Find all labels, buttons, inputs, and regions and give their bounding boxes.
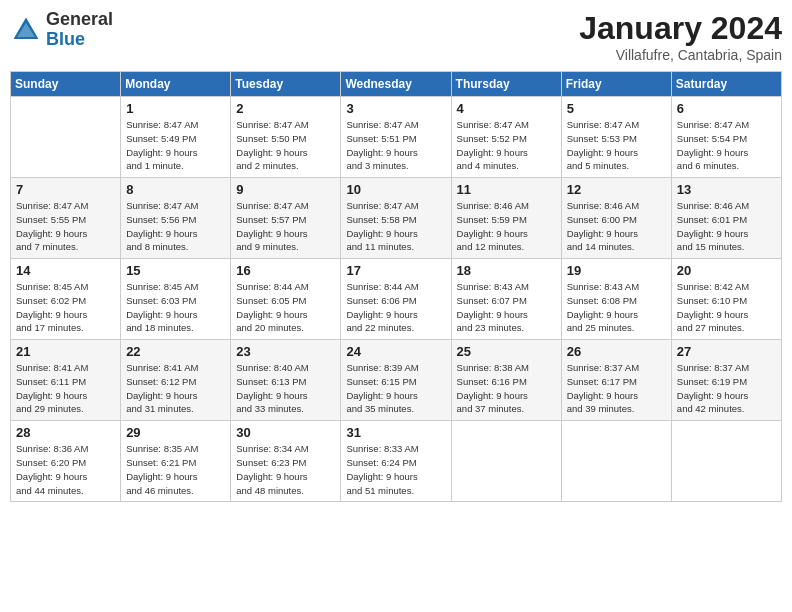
calendar-cell: 18Sunrise: 8:43 AM Sunset: 6:07 PM Dayli… [451, 259, 561, 340]
calendar-cell: 14Sunrise: 8:45 AM Sunset: 6:02 PM Dayli… [11, 259, 121, 340]
day-detail: Sunrise: 8:46 AM Sunset: 6:01 PM Dayligh… [677, 199, 776, 254]
day-number: 6 [677, 101, 776, 116]
calendar-cell: 11Sunrise: 8:46 AM Sunset: 5:59 PM Dayli… [451, 178, 561, 259]
day-number: 16 [236, 263, 335, 278]
day-detail: Sunrise: 8:45 AM Sunset: 6:03 PM Dayligh… [126, 280, 225, 335]
days-of-week-row: SundayMondayTuesdayWednesdayThursdayFrid… [11, 72, 782, 97]
calendar-table: SundayMondayTuesdayWednesdayThursdayFrid… [10, 71, 782, 502]
day-number: 30 [236, 425, 335, 440]
day-number: 10 [346, 182, 445, 197]
calendar-body: 1Sunrise: 8:47 AM Sunset: 5:49 PM Daylig… [11, 97, 782, 502]
calendar-cell: 27Sunrise: 8:37 AM Sunset: 6:19 PM Dayli… [671, 340, 781, 421]
calendar-cell: 1Sunrise: 8:47 AM Sunset: 5:49 PM Daylig… [121, 97, 231, 178]
logo: General Blue [10, 10, 113, 50]
month-title: January 2024 [579, 10, 782, 47]
day-detail: Sunrise: 8:46 AM Sunset: 5:59 PM Dayligh… [457, 199, 556, 254]
day-number: 12 [567, 182, 666, 197]
day-number: 21 [16, 344, 115, 359]
day-number: 2 [236, 101, 335, 116]
day-detail: Sunrise: 8:45 AM Sunset: 6:02 PM Dayligh… [16, 280, 115, 335]
logo-blue: Blue [46, 29, 85, 49]
logo-text: General Blue [46, 10, 113, 50]
day-detail: Sunrise: 8:43 AM Sunset: 6:07 PM Dayligh… [457, 280, 556, 335]
logo-general: General [46, 9, 113, 29]
day-detail: Sunrise: 8:47 AM Sunset: 5:54 PM Dayligh… [677, 118, 776, 173]
day-number: 11 [457, 182, 556, 197]
calendar-cell: 29Sunrise: 8:35 AM Sunset: 6:21 PM Dayli… [121, 421, 231, 502]
day-number: 7 [16, 182, 115, 197]
calendar-cell: 13Sunrise: 8:46 AM Sunset: 6:01 PM Dayli… [671, 178, 781, 259]
dow-header-wednesday: Wednesday [341, 72, 451, 97]
day-number: 26 [567, 344, 666, 359]
dow-header-saturday: Saturday [671, 72, 781, 97]
title-block: January 2024 Villafufre, Cantabria, Spai… [579, 10, 782, 63]
day-detail: Sunrise: 8:34 AM Sunset: 6:23 PM Dayligh… [236, 442, 335, 497]
day-detail: Sunrise: 8:41 AM Sunset: 6:11 PM Dayligh… [16, 361, 115, 416]
day-number: 18 [457, 263, 556, 278]
dow-header-sunday: Sunday [11, 72, 121, 97]
calendar-cell: 28Sunrise: 8:36 AM Sunset: 6:20 PM Dayli… [11, 421, 121, 502]
day-number: 5 [567, 101, 666, 116]
day-number: 4 [457, 101, 556, 116]
calendar-cell: 24Sunrise: 8:39 AM Sunset: 6:15 PM Dayli… [341, 340, 451, 421]
day-detail: Sunrise: 8:47 AM Sunset: 5:50 PM Dayligh… [236, 118, 335, 173]
calendar-cell: 3Sunrise: 8:47 AM Sunset: 5:51 PM Daylig… [341, 97, 451, 178]
calendar-cell [11, 97, 121, 178]
calendar-cell: 31Sunrise: 8:33 AM Sunset: 6:24 PM Dayli… [341, 421, 451, 502]
dow-header-thursday: Thursday [451, 72, 561, 97]
day-number: 28 [16, 425, 115, 440]
day-detail: Sunrise: 8:47 AM Sunset: 5:49 PM Dayligh… [126, 118, 225, 173]
day-number: 20 [677, 263, 776, 278]
day-detail: Sunrise: 8:47 AM Sunset: 5:58 PM Dayligh… [346, 199, 445, 254]
day-detail: Sunrise: 8:47 AM Sunset: 5:52 PM Dayligh… [457, 118, 556, 173]
dow-header-monday: Monday [121, 72, 231, 97]
calendar-week-4: 21Sunrise: 8:41 AM Sunset: 6:11 PM Dayli… [11, 340, 782, 421]
day-number: 22 [126, 344, 225, 359]
calendar-cell: 12Sunrise: 8:46 AM Sunset: 6:00 PM Dayli… [561, 178, 671, 259]
location-subtitle: Villafufre, Cantabria, Spain [579, 47, 782, 63]
day-detail: Sunrise: 8:36 AM Sunset: 6:20 PM Dayligh… [16, 442, 115, 497]
calendar-cell: 9Sunrise: 8:47 AM Sunset: 5:57 PM Daylig… [231, 178, 341, 259]
day-number: 27 [677, 344, 776, 359]
calendar-cell: 4Sunrise: 8:47 AM Sunset: 5:52 PM Daylig… [451, 97, 561, 178]
calendar-cell: 25Sunrise: 8:38 AM Sunset: 6:16 PM Dayli… [451, 340, 561, 421]
calendar-cell [451, 421, 561, 502]
calendar-cell: 6Sunrise: 8:47 AM Sunset: 5:54 PM Daylig… [671, 97, 781, 178]
logo-icon [10, 14, 42, 46]
day-detail: Sunrise: 8:47 AM Sunset: 5:51 PM Dayligh… [346, 118, 445, 173]
day-detail: Sunrise: 8:39 AM Sunset: 6:15 PM Dayligh… [346, 361, 445, 416]
day-number: 8 [126, 182, 225, 197]
calendar-cell: 7Sunrise: 8:47 AM Sunset: 5:55 PM Daylig… [11, 178, 121, 259]
day-number: 24 [346, 344, 445, 359]
day-detail: Sunrise: 8:47 AM Sunset: 5:56 PM Dayligh… [126, 199, 225, 254]
day-detail: Sunrise: 8:43 AM Sunset: 6:08 PM Dayligh… [567, 280, 666, 335]
day-number: 15 [126, 263, 225, 278]
calendar-week-1: 1Sunrise: 8:47 AM Sunset: 5:49 PM Daylig… [11, 97, 782, 178]
day-detail: Sunrise: 8:47 AM Sunset: 5:53 PM Dayligh… [567, 118, 666, 173]
calendar-cell: 16Sunrise: 8:44 AM Sunset: 6:05 PM Dayli… [231, 259, 341, 340]
day-detail: Sunrise: 8:47 AM Sunset: 5:57 PM Dayligh… [236, 199, 335, 254]
calendar-cell: 26Sunrise: 8:37 AM Sunset: 6:17 PM Dayli… [561, 340, 671, 421]
calendar-cell: 20Sunrise: 8:42 AM Sunset: 6:10 PM Dayli… [671, 259, 781, 340]
calendar-cell: 17Sunrise: 8:44 AM Sunset: 6:06 PM Dayli… [341, 259, 451, 340]
calendar-cell: 19Sunrise: 8:43 AM Sunset: 6:08 PM Dayli… [561, 259, 671, 340]
day-detail: Sunrise: 8:44 AM Sunset: 6:06 PM Dayligh… [346, 280, 445, 335]
day-number: 19 [567, 263, 666, 278]
day-detail: Sunrise: 8:47 AM Sunset: 5:55 PM Dayligh… [16, 199, 115, 254]
calendar-cell: 10Sunrise: 8:47 AM Sunset: 5:58 PM Dayli… [341, 178, 451, 259]
day-detail: Sunrise: 8:41 AM Sunset: 6:12 PM Dayligh… [126, 361, 225, 416]
day-detail: Sunrise: 8:38 AM Sunset: 6:16 PM Dayligh… [457, 361, 556, 416]
day-number: 29 [126, 425, 225, 440]
day-number: 23 [236, 344, 335, 359]
calendar-cell: 8Sunrise: 8:47 AM Sunset: 5:56 PM Daylig… [121, 178, 231, 259]
day-detail: Sunrise: 8:46 AM Sunset: 6:00 PM Dayligh… [567, 199, 666, 254]
calendar-week-5: 28Sunrise: 8:36 AM Sunset: 6:20 PM Dayli… [11, 421, 782, 502]
calendar-cell: 23Sunrise: 8:40 AM Sunset: 6:13 PM Dayli… [231, 340, 341, 421]
day-number: 31 [346, 425, 445, 440]
calendar-cell: 5Sunrise: 8:47 AM Sunset: 5:53 PM Daylig… [561, 97, 671, 178]
day-number: 17 [346, 263, 445, 278]
calendar-cell: 21Sunrise: 8:41 AM Sunset: 6:11 PM Dayli… [11, 340, 121, 421]
calendar-week-3: 14Sunrise: 8:45 AM Sunset: 6:02 PM Dayli… [11, 259, 782, 340]
day-detail: Sunrise: 8:37 AM Sunset: 6:19 PM Dayligh… [677, 361, 776, 416]
dow-header-tuesday: Tuesday [231, 72, 341, 97]
